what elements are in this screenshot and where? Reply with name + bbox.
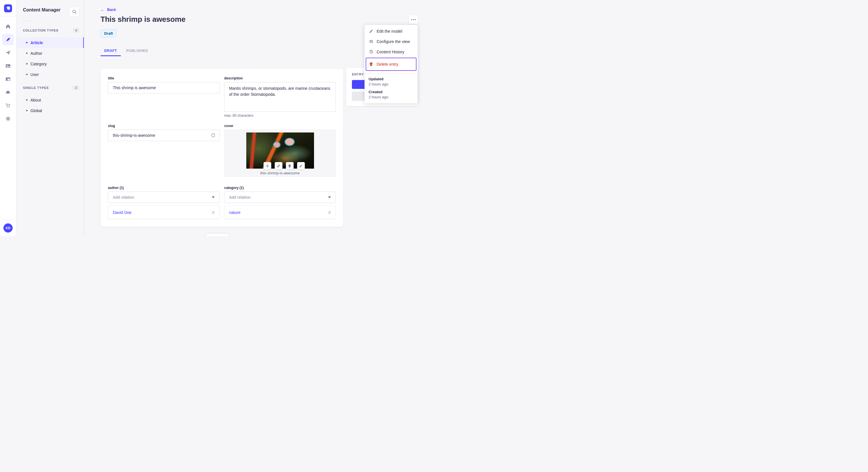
- relation-link[interactable]: nature: [229, 210, 241, 215]
- author-relation-select[interactable]: Add relation: [108, 192, 220, 203]
- author-field-label: author (1): [108, 186, 220, 190]
- menu-item-content-history[interactable]: Content History: [366, 47, 416, 57]
- tab-draft[interactable]: DRAFT: [100, 47, 121, 56]
- close-icon[interactable]: [328, 210, 332, 214]
- author-relation-item: David Doe: [108, 206, 220, 219]
- updated-label: Updated: [369, 77, 414, 81]
- sidebar-item-about[interactable]: About: [16, 95, 84, 105]
- category-placeholder: Add relation: [229, 195, 251, 200]
- description-hint: max. 80 characters: [224, 113, 336, 117]
- slug-field-label: slug: [108, 124, 220, 128]
- pencil-icon: [299, 164, 303, 168]
- feather-icon: [5, 37, 11, 42]
- layout-icon: [5, 76, 11, 82]
- cover-filename: this-shrimp-is-awesome: [224, 171, 336, 175]
- ellipsis-icon: [411, 19, 412, 20]
- bullet-icon: [26, 110, 28, 111]
- releases-nav-button[interactable]: [2, 47, 14, 59]
- copy-link-button[interactable]: [275, 162, 282, 170]
- refresh-icon: [210, 133, 216, 138]
- sidebar-item-category[interactable]: Category: [16, 59, 84, 69]
- category-relation-item: nature: [224, 206, 336, 219]
- add-media-button[interactable]: [264, 162, 271, 170]
- trash-icon: [288, 164, 291, 168]
- back-arrow-icon: ←: [100, 7, 105, 12]
- bullet-icon: [26, 63, 28, 65]
- more-options-menu: Edit the model Configure the view Conten…: [365, 25, 417, 103]
- chevron-down-icon: [328, 196, 331, 198]
- search-button[interactable]: [69, 7, 79, 16]
- sidebar-item-label: About: [30, 98, 41, 102]
- tab-published-label: PUBLISHED: [126, 47, 149, 55]
- floating-pill-partial[interactable]: [206, 234, 229, 236]
- menu-item-label: Content History: [377, 49, 404, 54]
- menu-item-configure-view[interactable]: Configure the view: [366, 37, 416, 46]
- menu-item-delete-entry[interactable]: Delete entry: [366, 58, 416, 71]
- history-icon: [369, 49, 374, 54]
- settings-nav-button[interactable]: [2, 113, 14, 125]
- ellipsis-icon: [413, 19, 414, 20]
- main-nav-rail: KD: [0, 0, 17, 236]
- sidebar-item-author[interactable]: Author: [16, 48, 84, 59]
- sidebar-item-global[interactable]: Global: [16, 105, 84, 116]
- cloud-icon: [5, 90, 11, 95]
- subnav-title: Content Manager: [23, 7, 61, 12]
- image-icon: [5, 63, 11, 69]
- bullet-icon: [26, 53, 28, 54]
- edit-media-button[interactable]: [297, 162, 305, 170]
- title-input[interactable]: This shrimp is awesome: [108, 82, 220, 94]
- plus-icon: [266, 164, 269, 168]
- sidebar-item-label: Global: [30, 108, 42, 113]
- close-icon[interactable]: [211, 210, 215, 214]
- entry-meta: Updated 2 hours ago Created 2 hours ago: [366, 73, 416, 99]
- tab-published[interactable]: PUBLISHED: [126, 47, 149, 56]
- relation-link[interactable]: David Doe: [113, 210, 131, 215]
- back-link[interactable]: ← Back: [100, 7, 116, 12]
- tab-draft-label: DRAFT: [100, 47, 121, 55]
- description-field-label: description: [224, 76, 336, 80]
- strapi-logo[interactable]: [4, 4, 12, 12]
- rail-divider: [0, 220, 16, 220]
- sidebar-item-article[interactable]: Article: [16, 37, 84, 48]
- single-types-header: SINGLE TYPES 2: [16, 85, 84, 91]
- single-types-count-badge: 2: [73, 86, 79, 90]
- entry-form-card: title This shrimp is awesome description…: [100, 69, 343, 227]
- collection-types-label: COLLECTION TYPES: [23, 29, 58, 32]
- more-options-button[interactable]: [408, 15, 418, 24]
- slug-input[interactable]: this-shrimp-is-awesome: [108, 130, 220, 141]
- collection-types-header: COLLECTION TYPES 4: [16, 28, 84, 33]
- title-field-label: title: [108, 76, 220, 80]
- category-field-label: category (1): [224, 186, 336, 190]
- menu-item-label: Edit the model: [377, 29, 402, 34]
- user-avatar[interactable]: KD: [3, 224, 12, 233]
- collection-types-count-badge: 4: [73, 28, 79, 33]
- menu-item-edit-model[interactable]: Edit the model: [366, 27, 416, 36]
- sidebar-item-label: Category: [30, 62, 47, 66]
- subnav-divider: [23, 21, 30, 21]
- delete-media-button[interactable]: [286, 162, 293, 170]
- description-textarea[interactable]: Mantis shrimps, or stomatopods, are mari…: [224, 82, 336, 112]
- sidebar-item-user[interactable]: User: [16, 69, 84, 80]
- strapi-logo-icon: [4, 4, 12, 12]
- single-types-label: SINGLE TYPES: [23, 86, 49, 90]
- menu-item-label: Configure the view: [377, 39, 410, 44]
- trash-icon: [369, 62, 374, 67]
- content-manager-nav-button[interactable]: [2, 34, 14, 45]
- paper-plane-icon: [5, 50, 11, 56]
- bullet-icon: [26, 74, 28, 75]
- regenerate-slug-button[interactable]: [210, 133, 216, 138]
- search-icon: [72, 9, 77, 14]
- updated-value: 2 hours ago: [369, 82, 414, 86]
- category-relation-select[interactable]: Add relation: [224, 192, 336, 203]
- marketplace-nav-button[interactable]: [2, 100, 14, 111]
- cover-field-label: cover: [224, 124, 336, 128]
- sidebar-item-label: Author: [30, 51, 42, 56]
- menu-item-label: Delete entry: [377, 62, 398, 67]
- bullet-icon: [26, 42, 28, 43]
- media-actions: [264, 162, 305, 170]
- home-nav-button[interactable]: [2, 21, 14, 32]
- created-value: 2 hours ago: [369, 95, 414, 99]
- media-library-nav-button[interactable]: [2, 60, 14, 72]
- deploy-nav-button[interactable]: [2, 87, 14, 98]
- content-type-builder-nav-button[interactable]: [2, 73, 14, 85]
